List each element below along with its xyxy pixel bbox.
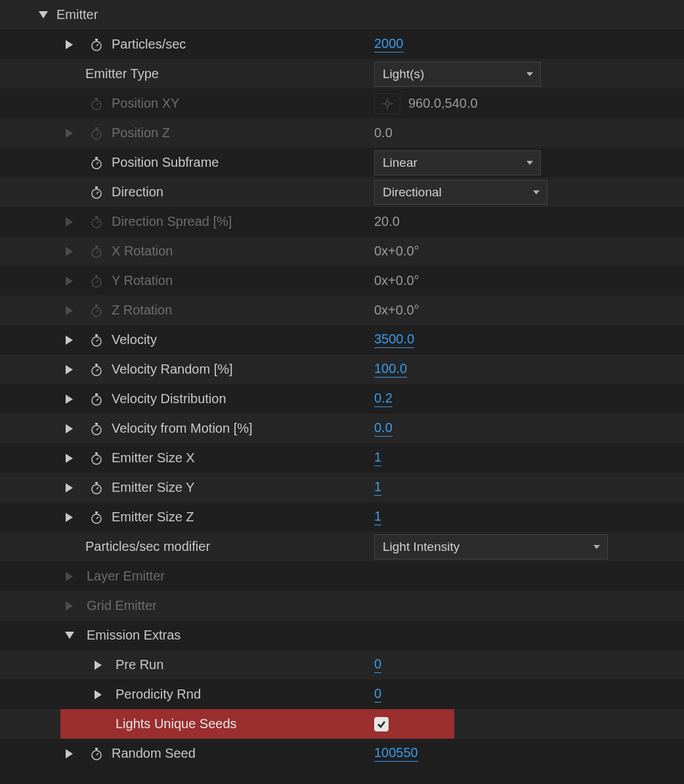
- stopwatch-icon[interactable]: [87, 363, 106, 376]
- twirl-right-icon[interactable]: [62, 601, 77, 611]
- velocity-from-motion-value[interactable]: 0.0: [374, 420, 393, 437]
- position-subframe-select[interactable]: Linear: [374, 150, 541, 175]
- stopwatch-icon[interactable]: [87, 452, 106, 465]
- pre-run-value[interactable]: 0: [374, 657, 381, 673]
- z-rotation-value: 0x+0.0°: [374, 303, 419, 318]
- svg-line-19: [96, 133, 98, 135]
- periodicity-rnd-label: Perodicity Rnd: [116, 687, 201, 702]
- twirl-down-icon[interactable]: [35, 11, 51, 19]
- twirl-right-icon[interactable]: [62, 513, 77, 522]
- twirl-right-icon[interactable]: [62, 306, 77, 315]
- row-particles-sec: Particles/sec 2000: [0, 30, 684, 59]
- svg-line-62: [96, 399, 98, 401]
- twirl-right-icon[interactable]: [62, 217, 77, 227]
- emitter-size-z-label: Emitter Size Z: [112, 510, 194, 525]
- emitter-type-label: Emitter Type: [85, 66, 159, 81]
- svg-marker-48: [66, 336, 73, 345]
- velocity-value[interactable]: 3500.0: [374, 332, 414, 348]
- direction-label: Direction: [112, 185, 163, 200]
- direction-spread-label: Direction Spread [%]: [112, 214, 232, 229]
- stopwatch-icon[interactable]: [87, 481, 106, 494]
- twirl-right-icon[interactable]: [62, 424, 77, 433]
- twirl-right-icon[interactable]: [62, 395, 77, 404]
- position-xy-value: 960.0,540.0: [408, 96, 478, 111]
- row-y-rotation: Y Rotation 0x+0.0°: [0, 266, 684, 295]
- row-layer-emitter[interactable]: Layer Emitter: [0, 561, 684, 591]
- velocity-distribution-value[interactable]: 0.2: [374, 391, 393, 407]
- direction-spread-value: 20.0: [374, 214, 400, 229]
- svg-marker-1: [66, 40, 73, 49]
- twirl-right-icon[interactable]: [62, 572, 77, 581]
- direction-select[interactable]: Directional: [374, 180, 547, 205]
- twirl-right-icon[interactable]: [62, 40, 77, 49]
- svg-marker-63: [66, 424, 73, 433]
- emitter-title: Emitter: [56, 7, 98, 22]
- emitter-size-x-value[interactable]: 1: [374, 450, 381, 466]
- row-particles-sec-modifier: Particles/sec modifier Light Intensity: [0, 532, 684, 561]
- velocity-from-motion-label: Velocity from Motion [%]: [112, 421, 253, 436]
- row-velocity-random: Velocity Random [%] 100.0: [0, 355, 684, 384]
- twirl-right-icon[interactable]: [62, 454, 77, 463]
- svg-marker-53: [66, 365, 73, 374]
- svg-marker-84: [66, 601, 73, 611]
- svg-point-10: [385, 102, 389, 106]
- velocity-label: Velocity: [112, 332, 157, 347]
- twirl-down-icon[interactable]: [62, 632, 77, 640]
- z-rotation-label: Z Rotation: [112, 303, 172, 318]
- stopwatch-icon[interactable]: [87, 422, 106, 435]
- svg-line-52: [96, 339, 98, 341]
- stopwatch-icon[interactable]: [87, 747, 106, 760]
- twirl-right-icon[interactable]: [62, 483, 77, 492]
- twirl-right-icon[interactable]: [62, 129, 77, 138]
- svg-marker-33: [66, 247, 73, 256]
- layer-emitter-label: Layer Emitter: [87, 569, 165, 584]
- random-seed-value[interactable]: 100550: [374, 745, 418, 762]
- twirl-right-icon[interactable]: [91, 690, 106, 699]
- stopwatch-icon[interactable]: [87, 156, 106, 169]
- velocity-random-value[interactable]: 100.0: [374, 361, 407, 378]
- svg-line-67: [96, 428, 98, 430]
- svg-line-9: [96, 103, 98, 105]
- twirl-right-icon[interactable]: [62, 276, 77, 286]
- position-subframe-label: Position Subframe: [112, 155, 219, 170]
- emitter-size-y-value[interactable]: 1: [374, 479, 381, 496]
- stopwatch-icon[interactable]: [87, 186, 106, 199]
- row-random-seed: Random Seed 100550: [0, 739, 684, 768]
- emitter-type-select[interactable]: Light(s): [374, 62, 541, 87]
- svg-marker-83: [66, 572, 73, 581]
- svg-line-57: [96, 369, 98, 371]
- pre-run-label: Pre Run: [116, 657, 163, 672]
- lights-unique-seeds-checkbox[interactable]: [374, 717, 389, 731]
- row-pre-run: Pre Run 0: [0, 650, 684, 680]
- stopwatch-icon[interactable]: [87, 511, 106, 524]
- stopwatch-icon[interactable]: [87, 334, 106, 347]
- twirl-right-icon[interactable]: [91, 661, 106, 670]
- svg-line-37: [96, 251, 98, 253]
- row-emitter-type: Emitter Type Light(s): [0, 59, 684, 89]
- target-icon: [374, 93, 400, 114]
- stopwatch-icon: [87, 127, 106, 140]
- twirl-right-icon[interactable]: [62, 247, 77, 256]
- group-emission-extras-header[interactable]: Emission Extras: [0, 621, 684, 650]
- particles-sec-modifier-select[interactable]: Light Intensity: [374, 534, 608, 559]
- svg-marker-68: [66, 454, 73, 463]
- group-emitter-header[interactable]: Emitter: [0, 0, 684, 30]
- svg-line-82: [96, 517, 98, 519]
- svg-line-47: [96, 310, 98, 312]
- row-velocity-distribution: Velocity Distribution 0.2: [0, 384, 684, 414]
- velocity-random-label: Velocity Random [%]: [112, 362, 233, 377]
- periodicity-rnd-value[interactable]: 0: [374, 686, 381, 703]
- stopwatch-icon[interactable]: [87, 393, 106, 406]
- svg-marker-88: [66, 749, 73, 758]
- twirl-right-icon[interactable]: [62, 336, 77, 345]
- svg-line-77: [96, 487, 98, 489]
- stopwatch-icon[interactable]: [87, 38, 106, 51]
- particles-sec-value[interactable]: 2000: [374, 36, 404, 53]
- twirl-right-icon[interactable]: [62, 749, 77, 758]
- row-grid-emitter[interactable]: Grid Emitter: [0, 591, 684, 621]
- emitter-size-z-value[interactable]: 1: [374, 509, 381, 525]
- twirl-right-icon[interactable]: [62, 365, 77, 374]
- svg-marker-28: [66, 217, 73, 227]
- position-z-label: Position Z: [112, 125, 170, 141]
- stopwatch-icon: [87, 274, 106, 288]
